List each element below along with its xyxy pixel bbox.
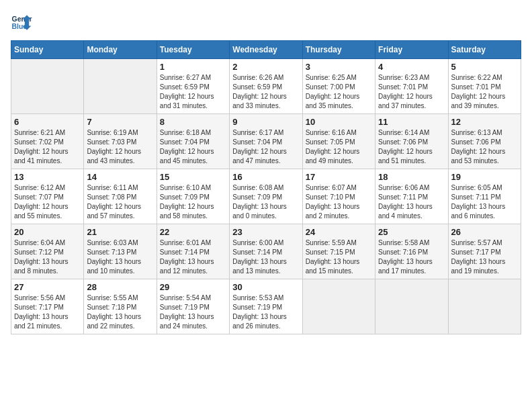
calendar-cell: 18Sunrise: 6:06 AM Sunset: 7:11 PM Dayli…	[375, 169, 448, 224]
calendar-cell: 19Sunrise: 6:05 AM Sunset: 7:11 PM Dayli…	[448, 169, 521, 224]
day-number: 5	[451, 62, 518, 72]
calendar-cell	[448, 279, 521, 334]
day-header-sunday: Sunday	[11, 41, 84, 59]
day-number: 4	[378, 62, 445, 72]
day-number: 17	[306, 172, 372, 182]
day-info: Sunrise: 6:17 AM Sunset: 7:04 PM Dayligh…	[232, 128, 299, 166]
day-number: 26	[451, 227, 518, 237]
logo-icon: General Blue	[11, 11, 32, 32]
day-info: Sunrise: 6:06 AM Sunset: 7:11 PM Dayligh…	[378, 183, 445, 221]
day-header-monday: Monday	[84, 41, 157, 59]
calendar-cell: 15Sunrise: 6:10 AM Sunset: 7:09 PM Dayli…	[157, 169, 229, 224]
day-info: Sunrise: 6:14 AM Sunset: 7:06 PM Dayligh…	[378, 128, 445, 166]
day-number: 21	[87, 227, 153, 237]
day-number: 11	[378, 117, 445, 127]
day-number: 23	[232, 227, 299, 237]
calendar-cell: 27Sunrise: 5:56 AM Sunset: 7:17 PM Dayli…	[11, 279, 84, 334]
day-number: 13	[14, 172, 81, 182]
calendar-cell: 25Sunrise: 5:58 AM Sunset: 7:16 PM Dayli…	[375, 224, 448, 279]
week-row-4: 20Sunrise: 6:04 AM Sunset: 7:12 PM Dayli…	[11, 224, 521, 279]
calendar-cell: 16Sunrise: 6:08 AM Sunset: 7:09 PM Dayli…	[230, 169, 302, 224]
day-info: Sunrise: 6:12 AM Sunset: 7:07 PM Dayligh…	[14, 183, 81, 221]
calendar-cell: 22Sunrise: 6:01 AM Sunset: 7:14 PM Dayli…	[157, 224, 229, 279]
day-info: Sunrise: 6:16 AM Sunset: 7:05 PM Dayligh…	[306, 128, 372, 166]
calendar-cell: 13Sunrise: 6:12 AM Sunset: 7:07 PM Dayli…	[11, 169, 84, 224]
day-info: Sunrise: 6:04 AM Sunset: 7:12 PM Dayligh…	[14, 238, 81, 276]
calendar-cell: 11Sunrise: 6:14 AM Sunset: 7:06 PM Dayli…	[375, 114, 448, 169]
calendar-cell: 20Sunrise: 6:04 AM Sunset: 7:12 PM Dayli…	[11, 224, 84, 279]
week-row-3: 13Sunrise: 6:12 AM Sunset: 7:07 PM Dayli…	[11, 169, 521, 224]
calendar-cell	[84, 59, 157, 114]
day-info: Sunrise: 5:54 AM Sunset: 7:19 PM Dayligh…	[160, 293, 226, 331]
calendar-cell: 29Sunrise: 5:54 AM Sunset: 7:19 PM Dayli…	[157, 279, 229, 334]
logo: General Blue	[11, 11, 32, 32]
day-info: Sunrise: 5:57 AM Sunset: 7:17 PM Dayligh…	[451, 238, 518, 276]
day-header-wednesday: Wednesday	[230, 41, 302, 59]
day-number: 14	[87, 172, 153, 182]
day-info: Sunrise: 6:01 AM Sunset: 7:14 PM Dayligh…	[160, 238, 226, 276]
calendar-cell: 17Sunrise: 6:07 AM Sunset: 7:10 PM Dayli…	[302, 169, 375, 224]
day-info: Sunrise: 6:11 AM Sunset: 7:08 PM Dayligh…	[87, 183, 153, 221]
day-info: Sunrise: 6:26 AM Sunset: 6:59 PM Dayligh…	[232, 73, 299, 111]
calendar-cell: 1Sunrise: 6:27 AM Sunset: 6:59 PM Daylig…	[157, 59, 229, 114]
day-info: Sunrise: 6:00 AM Sunset: 7:14 PM Dayligh…	[232, 238, 299, 276]
days-header-row: SundayMondayTuesdayWednesdayThursdayFrid…	[11, 41, 521, 59]
day-number: 29	[160, 282, 226, 292]
day-number: 25	[378, 227, 445, 237]
calendar-cell: 4Sunrise: 6:23 AM Sunset: 7:01 PM Daylig…	[375, 59, 448, 114]
calendar-cell: 30Sunrise: 5:53 AM Sunset: 7:19 PM Dayli…	[230, 279, 302, 334]
week-row-1: 1Sunrise: 6:27 AM Sunset: 6:59 PM Daylig…	[11, 59, 521, 114]
calendar-body: 1Sunrise: 6:27 AM Sunset: 6:59 PM Daylig…	[11, 59, 521, 334]
day-number: 8	[160, 117, 226, 127]
day-number: 15	[160, 172, 226, 182]
day-number: 27	[14, 282, 81, 292]
day-number: 20	[14, 227, 81, 237]
calendar-cell: 12Sunrise: 6:13 AM Sunset: 7:06 PM Dayli…	[448, 114, 521, 169]
day-number: 16	[232, 172, 299, 182]
calendar-cell: 7Sunrise: 6:19 AM Sunset: 7:03 PM Daylig…	[84, 114, 157, 169]
day-info: Sunrise: 5:55 AM Sunset: 7:18 PM Dayligh…	[87, 293, 153, 331]
day-number: 6	[14, 117, 81, 127]
day-info: Sunrise: 6:18 AM Sunset: 7:04 PM Dayligh…	[160, 128, 226, 166]
calendar-cell: 2Sunrise: 6:26 AM Sunset: 6:59 PM Daylig…	[230, 59, 302, 114]
day-info: Sunrise: 6:27 AM Sunset: 6:59 PM Dayligh…	[160, 73, 226, 111]
day-info: Sunrise: 5:53 AM Sunset: 7:19 PM Dayligh…	[232, 293, 299, 331]
day-header-tuesday: Tuesday	[157, 41, 229, 59]
week-row-2: 6Sunrise: 6:21 AM Sunset: 7:02 PM Daylig…	[11, 114, 521, 169]
day-info: Sunrise: 5:58 AM Sunset: 7:16 PM Dayligh…	[378, 238, 445, 276]
day-info: Sunrise: 6:23 AM Sunset: 7:01 PM Dayligh…	[378, 73, 445, 111]
calendar-cell	[375, 279, 448, 334]
week-row-5: 27Sunrise: 5:56 AM Sunset: 7:17 PM Dayli…	[11, 279, 521, 334]
calendar-cell: 14Sunrise: 6:11 AM Sunset: 7:08 PM Dayli…	[84, 169, 157, 224]
calendar-cell: 24Sunrise: 5:59 AM Sunset: 7:15 PM Dayli…	[302, 224, 375, 279]
day-number: 9	[232, 117, 299, 127]
day-number: 30	[232, 282, 299, 292]
day-number: 19	[451, 172, 518, 182]
day-info: Sunrise: 6:25 AM Sunset: 7:00 PM Dayligh…	[306, 73, 372, 111]
day-number: 10	[306, 117, 372, 127]
day-info: Sunrise: 5:56 AM Sunset: 7:17 PM Dayligh…	[14, 293, 81, 331]
day-number: 28	[87, 282, 153, 292]
day-info: Sunrise: 6:19 AM Sunset: 7:03 PM Dayligh…	[87, 128, 153, 166]
calendar-cell: 10Sunrise: 6:16 AM Sunset: 7:05 PM Dayli…	[302, 114, 375, 169]
day-number: 12	[451, 117, 518, 127]
calendar-table: SundayMondayTuesdayWednesdayThursdayFrid…	[11, 40, 521, 334]
calendar-cell: 5Sunrise: 6:22 AM Sunset: 7:01 PM Daylig…	[448, 59, 521, 114]
day-number: 7	[87, 117, 153, 127]
calendar-cell	[302, 279, 375, 334]
day-number: 3	[306, 62, 372, 72]
day-number: 18	[378, 172, 445, 182]
day-info: Sunrise: 6:13 AM Sunset: 7:06 PM Dayligh…	[451, 128, 518, 166]
day-info: Sunrise: 6:05 AM Sunset: 7:11 PM Dayligh…	[451, 183, 518, 221]
day-info: Sunrise: 6:10 AM Sunset: 7:09 PM Dayligh…	[160, 183, 226, 221]
day-info: Sunrise: 6:07 AM Sunset: 7:10 PM Dayligh…	[306, 183, 372, 221]
day-number: 2	[232, 62, 299, 72]
day-header-saturday: Saturday	[448, 41, 521, 59]
header: General Blue	[11, 11, 521, 32]
day-info: Sunrise: 5:59 AM Sunset: 7:15 PM Dayligh…	[306, 238, 372, 276]
calendar-cell: 26Sunrise: 5:57 AM Sunset: 7:17 PM Dayli…	[448, 224, 521, 279]
calendar-cell: 21Sunrise: 6:03 AM Sunset: 7:13 PM Dayli…	[84, 224, 157, 279]
day-info: Sunrise: 6:03 AM Sunset: 7:13 PM Dayligh…	[87, 238, 153, 276]
day-header-friday: Friday	[375, 41, 448, 59]
day-number: 24	[306, 227, 372, 237]
